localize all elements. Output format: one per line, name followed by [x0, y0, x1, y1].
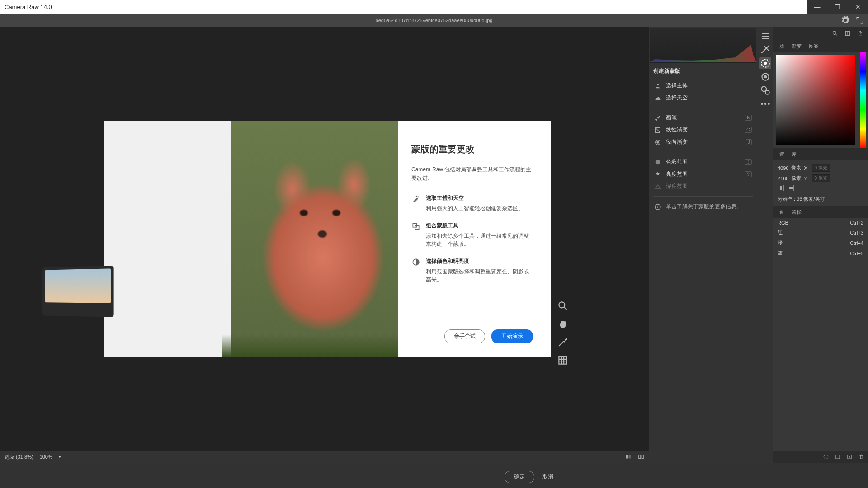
resolution-label: 分辨率 : 96 像素/英寸 — [778, 196, 863, 202]
height-value: 2160 — [778, 176, 788, 181]
settings-icon[interactable] — [841, 16, 850, 25]
learn-more-link[interactable]: 单击了解关于蒙版的更多信息。 — [653, 200, 753, 213]
ok-button[interactable]: 确定 — [505, 471, 534, 483]
linear-label: 线性渐变 — [666, 126, 688, 134]
fullscreen-icon[interactable] — [855, 16, 864, 25]
select-sky-item[interactable]: 选择天空 — [653, 92, 753, 104]
maximize-button[interactable]: ❐ — [827, 0, 848, 14]
channel-blue[interactable]: 蓝Ctrl+5 — [773, 248, 868, 258]
close-button[interactable]: ✕ — [848, 0, 868, 14]
select-sky-label: 选择天空 — [666, 94, 688, 102]
tab-channels[interactable]: 道 — [777, 208, 787, 216]
tab-patterns[interactable]: 图案 — [806, 42, 821, 51]
svg-point-26 — [824, 455, 828, 459]
sampler-tool[interactable] — [557, 336, 569, 348]
hue-slider[interactable] — [860, 52, 866, 148]
luminance-label: 亮度范围 — [666, 170, 688, 178]
hand-tool[interactable] — [557, 318, 569, 330]
masking-tool[interactable] — [760, 57, 771, 69]
brush-icon — [654, 114, 661, 122]
svg-rect-6 — [642, 455, 643, 459]
tab-gradients[interactable]: 渐变 — [789, 42, 804, 51]
file-toolbar: bed5a64d137d787259ebfce0752daaee0509d00d… — [0, 14, 868, 27]
select-subject-label: 选择主体 — [666, 82, 688, 89]
delete-channel-icon[interactable] — [858, 454, 864, 460]
width-value: 4096 — [778, 165, 788, 171]
feature-title: 选择颜色和明亮度 — [426, 258, 533, 265]
cancel-button[interactable]: 取消 — [542, 473, 553, 481]
tab-libraries[interactable]: 库 — [789, 150, 799, 159]
workspace-icon[interactable] — [844, 30, 851, 37]
properties-tabs: 置 库 — [773, 148, 868, 160]
tab-properties[interactable]: 置 — [777, 150, 787, 159]
start-demo-button[interactable]: 开始演示 — [491, 329, 533, 343]
redeye-tool[interactable] — [760, 71, 771, 83]
y-input[interactable] — [812, 174, 830, 182]
channel-green[interactable]: 绿Ctrl+4 — [773, 238, 868, 248]
onboarding-title: 蒙版的重要更改 — [411, 143, 533, 155]
brush-shortcut: K — [745, 115, 752, 121]
fit-zoom-label[interactable]: 适应 (31.8%) — [5, 454, 33, 460]
orientation-row — [778, 185, 863, 191]
app-title: Camera Raw 14.0 — [5, 4, 52, 10]
share-icon[interactable] — [857, 30, 863, 37]
svg-point-14 — [764, 62, 767, 65]
radial-shortcut: J — [746, 139, 752, 145]
portrait-icon[interactable] — [778, 185, 784, 191]
luminance-range-item[interactable]: 亮度范围 ⇧ — [653, 168, 753, 180]
channel-rgb[interactable]: RGBCtrl+2 — [773, 218, 868, 227]
tab-paths[interactable]: 路径 — [789, 208, 804, 216]
stack-icon — [411, 222, 420, 231]
color-picker[interactable] — [776, 55, 855, 145]
svg-point-20 — [764, 103, 766, 105]
info-panel: 4096 像素 X 2160 像素 Y 分辨率 : 96 像素/英寸 — [773, 160, 868, 206]
histogram[interactable] — [650, 28, 756, 63]
crop-tool[interactable] — [760, 44, 771, 56]
swatches-tabs: 版 渐变 图案 — [773, 40, 868, 52]
width-row: 4096 像素 X — [778, 164, 863, 172]
search-icon[interactable] — [832, 30, 838, 37]
landscape-icon[interactable] — [788, 185, 794, 191]
height-unit: 像素 — [791, 175, 801, 182]
svg-rect-4 — [629, 455, 631, 459]
wand-icon — [411, 194, 420, 203]
brush-item[interactable]: 画笔 K — [653, 112, 753, 124]
select-subject-item[interactable]: 选择主体 — [653, 80, 753, 92]
try-yourself-button[interactable]: 亲手尝试 — [444, 329, 485, 343]
sky-icon — [654, 94, 661, 102]
more-tool[interactable] — [760, 98, 771, 110]
spot-removal-tool[interactable] — [760, 84, 771, 96]
zoom-dropdown[interactable]: 100% — [40, 454, 52, 460]
mask-panel: 创建新蒙版 选择主体 选择天空 画笔 K 线性渐变 G 径 — [649, 64, 757, 217]
feature-desc: 利用范围蒙版选择和调整重要颜色、阴影或高光。 — [426, 268, 533, 284]
feature-color-luminance: 选择颜色和明亮度 利用范围蒙版选择和调整重要颜色、阴影或高光。 — [411, 258, 533, 284]
depth-icon — [654, 183, 661, 190]
new-selection-icon[interactable] — [823, 454, 829, 460]
photoshop-right-panel: 版 渐变 图案 置 库 4096 像素 X 2160 像素 Y — [773, 27, 868, 463]
svg-rect-5 — [639, 455, 641, 459]
toolbar-right — [841, 16, 864, 25]
channels-list: RGBCtrl+2 红Ctrl+3 绿Ctrl+4 蓝Ctrl+5 — [773, 218, 868, 258]
x-input[interactable] — [812, 164, 830, 172]
linear-gradient-item[interactable]: 线性渐变 G — [653, 124, 753, 136]
new-channel-icon[interactable] — [846, 454, 853, 460]
feature-desc: 利用强大的人工智能轻松创建复杂选区。 — [426, 205, 533, 213]
channel-red[interactable]: 红Ctrl+3 — [773, 227, 868, 238]
minimize-button[interactable]: — — [807, 0, 827, 14]
info-icon — [654, 203, 661, 211]
luminance-icon — [654, 171, 661, 178]
save-selection-icon[interactable] — [835, 454, 841, 460]
svg-point-29 — [559, 302, 565, 308]
svg-point-16 — [764, 76, 766, 78]
color-range-item[interactable]: 色彩范围 ⇧ — [653, 156, 753, 168]
tab-swatches[interactable]: 版 — [777, 42, 787, 51]
radial-gradient-item[interactable]: 径向渐变 J — [653, 136, 753, 148]
edit-tool[interactable] — [760, 30, 771, 42]
fox-mask-overlay — [224, 143, 405, 351]
zoom-tool[interactable] — [557, 300, 569, 312]
compare-icon[interactable] — [638, 454, 644, 460]
grid-tool[interactable] — [557, 354, 569, 366]
canvas-area: 蒙版的重要更改 Camera Raw 包括对局部调整工具和工作流程的主要改进。 … — [0, 27, 649, 463]
width-unit: 像素 — [791, 164, 801, 171]
before-after-icon[interactable] — [625, 454, 632, 460]
